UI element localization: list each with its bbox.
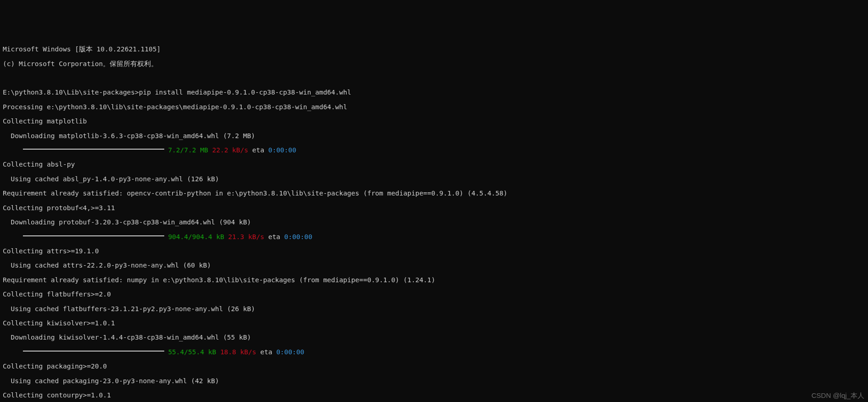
progress-bar (23, 149, 164, 150)
output-line: Collecting contourpy>=1.0.1 (3, 392, 865, 399)
output-line: Collecting attrs>=19.1.0 (3, 248, 865, 255)
command-text: pip install mediapipe-0.9.1.0-cp38-cp38-… (139, 89, 351, 96)
output-line: Downloading matplotlib-3.6.3-cp38-cp38-w… (3, 133, 865, 140)
output-line: Using cached flatbuffers-23.1.21-py2.py3… (3, 306, 865, 313)
progress-speed: 21.3 kB/s (228, 233, 264, 240)
output-line: Requirement already satisfied: numpy in … (3, 277, 865, 284)
output-line: Processing e:\python3.8.10\lib\site-pack… (3, 104, 865, 111)
progress-pad (3, 146, 23, 154)
output-line: Requirement already satisfied: opencv-co… (3, 190, 865, 197)
progress-size: 55.4/55.4 kB (168, 348, 216, 356)
progress-eta: 0:00:00 (284, 233, 312, 240)
progress-pad (3, 233, 23, 240)
progress-size: 904.4/904.4 kB (168, 233, 224, 240)
progress-eta-label: eta (256, 348, 276, 356)
progress-eta: 0:00:00 (276, 348, 304, 356)
output-line: Using cached attrs-22.2.0-py3-none-any.w… (3, 262, 865, 269)
progress-eta-label: eta (248, 146, 268, 154)
output-line: Using cached absl_py-1.4.0-py3-none-any.… (3, 176, 865, 183)
output-line: Collecting matplotlib (3, 118, 865, 125)
output-line: Collecting absl-py (3, 161, 865, 168)
output-line: Collecting kiwisolver>=1.0.1 (3, 320, 865, 327)
progress-speed: 18.8 kB/s (220, 348, 256, 356)
progress-line: 7.2/7.2 MB 22.2 kB/s eta 0:00:00 (3, 147, 865, 154)
output-line: Downloading kiwisolver-1.4.4-cp38-cp38-w… (3, 334, 865, 341)
progress-speed: 22.2 kB/s (212, 146, 248, 154)
prompt-path: E:\python3.8.10\Lib\site-packages> (3, 89, 139, 96)
output-line: Collecting flatbuffers>=2.0 (3, 291, 865, 298)
output-line: Collecting protobuf<4,>=3.11 (3, 205, 865, 212)
os-banner-line1: Microsoft Windows [版本 10.0.22621.1105] (3, 46, 865, 53)
os-banner-line2: (c) Microsoft Corporation。保留所有权利。 (3, 61, 865, 68)
progress-eta-label: eta (264, 233, 284, 240)
progress-size: 7.2/7.2 MB (168, 146, 208, 154)
watermark-text: CSDN @lqj_本人 (812, 392, 864, 399)
terminal-output[interactable]: Microsoft Windows [版本 10.0.22621.1105] (… (0, 36, 868, 402)
progress-bar (23, 351, 164, 352)
blank-line (3, 75, 865, 82)
progress-line: 904.4/904.4 kB 21.3 kB/s eta 0:00:00 (3, 234, 865, 241)
progress-eta: 0:00:00 (268, 146, 296, 154)
progress-bar (23, 235, 164, 236)
progress-line: 55.4/55.4 kB 18.8 kB/s eta 0:00:00 (3, 349, 865, 356)
output-line: Collecting packaging>=20.0 (3, 363, 865, 370)
output-line: Downloading protobuf-3.20.3-cp38-cp38-wi… (3, 219, 865, 226)
progress-pad (3, 348, 23, 356)
prompt-line-1: E:\python3.8.10\Lib\site-packages>pip in… (3, 89, 865, 96)
output-line: Using cached packaging-23.0-py3-none-any… (3, 378, 865, 385)
